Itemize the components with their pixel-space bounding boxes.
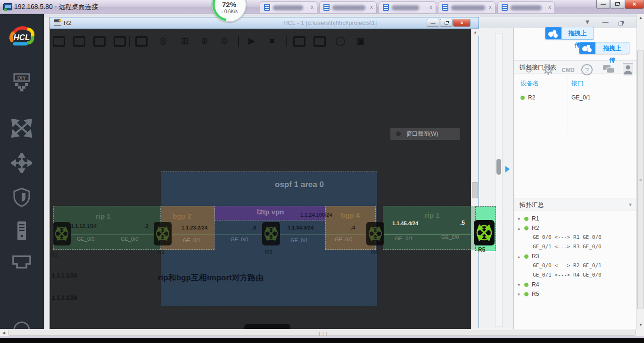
device-status-dot [524, 292, 528, 296]
tree-node-r1[interactable]: ▾R1 [514, 214, 636, 223]
screenshot-camera-icon[interactable]: ▣ [354, 35, 367, 47]
help-icon[interactable]: ? [581, 64, 593, 75]
export-project-icon[interactable] [114, 36, 126, 47]
netdisk-cloud-icon [579, 42, 595, 54]
cmd-icon[interactable]: CMD [561, 64, 575, 78]
tab-favicon [264, 4, 270, 11]
netdisk-cloud-icon [545, 27, 561, 39]
hcl-logo[interactable]: HCL [6, 24, 37, 47]
tree-node-r3[interactable]: ▴R3 [514, 252, 636, 261]
zoom-in-icon[interactable]: ⊕ [198, 35, 211, 47]
browser-tab[interactable]: x [497, 1, 555, 13]
browser-tab[interactable]: x [260, 1, 317, 13]
tab-title-blurred [511, 5, 542, 10]
console-window-r2[interactable]: R2 HCL - 1 [c:\users\hjf\hcl\projects\1]… [49, 17, 479, 335]
device-name: R1 [532, 215, 539, 222]
hcl-menu-dropdown-icon[interactable]: ▼ [582, 18, 593, 25]
rdp-restore-button[interactable] [611, 0, 624, 9]
tab-close-icon[interactable]: x [429, 4, 432, 10]
tab-favicon [442, 4, 448, 11]
drag-upload-label: 拖拽上传 [595, 42, 629, 54]
drag-upload-badge[interactable]: 拖拽上传 [579, 42, 629, 54]
add-ellipse-icon[interactable]: ◯ [334, 35, 347, 47]
settings-gear-icon[interactable] [541, 64, 555, 78]
topology-swap-icon[interactable] [11, 119, 32, 138]
rdp-vertical-scrollbar[interactable]: ▲ ≡ ▼ [636, 14, 644, 329]
console-titlebar[interactable]: R2 HCL - 1 [c:\users\hjf\hcl\projects\1]… [50, 17, 479, 29]
expander-icon[interactable]: ▴ [518, 224, 524, 233]
open-project-icon[interactable] [73, 36, 85, 47]
scrollbar-thumb[interactable]: ≡ [637, 50, 644, 309]
menu-bullet-icon [396, 131, 401, 136]
scroll-left-arrow[interactable]: ◀ [0, 329, 8, 337]
tree-node-r4[interactable]: ▾R4 [514, 280, 636, 289]
router-node-r5[interactable] [474, 220, 495, 245]
context-menu-item-window-screenshot[interactable]: 窗口截图(W) [390, 128, 460, 140]
tab-close-icon[interactable]: x [311, 4, 314, 10]
hcl-restore-button[interactable] [615, 20, 626, 27]
tab-title-blurred [392, 5, 419, 10]
hcl-minimize-button[interactable]: — [600, 18, 611, 25]
network-view-icon[interactable]: ◎ [157, 35, 170, 47]
transfer-speed: ↓ 0.6K/s [213, 9, 246, 14]
add-rectangle-icon[interactable] [314, 36, 326, 47]
save-project-icon[interactable] [93, 36, 106, 47]
stop-devices-icon[interactable]: ■ [265, 35, 279, 47]
tab-title-blurred [332, 5, 365, 10]
tab-close-icon[interactable]: x [370, 4, 373, 10]
scroll-up-arrow[interactable]: ▲ [637, 14, 644, 22]
firewall-shield-icon[interactable] [11, 188, 32, 206]
panel-collapse-icon[interactable]: ▼ [628, 198, 632, 211]
feedback-chat-icon[interactable] [602, 64, 616, 78]
console-restore-button[interactable] [440, 19, 453, 27]
scroll-down-arrow[interactable]: ▼ [637, 321, 644, 329]
console-close-button[interactable]: × [453, 19, 471, 27]
console-minimize-button[interactable]: — [427, 19, 439, 27]
diy-device-icon[interactable]: DIY [11, 73, 32, 92]
rdp-close-button[interactable]: × [625, 0, 644, 9]
column-header-interface[interactable]: 接口 [571, 79, 584, 88]
console-title: R2 [64, 19, 72, 26]
rdp-minimize-button[interactable]: — [596, 0, 610, 9]
expander-icon[interactable]: ▴ [518, 252, 524, 261]
browser-tab[interactable]: x [438, 1, 495, 13]
server-icon[interactable] [11, 220, 32, 239]
scrollbar-thumb[interactable] [472, 182, 478, 198]
grid-view-icon[interactable]: ⊞ [178, 35, 191, 47]
console-output[interactable] [50, 29, 471, 335]
rdp-horizontal-scrollbar[interactable]: ◀ ❘❘❘ [0, 329, 644, 336]
canvas-vertical-scrollbar[interactable] [495, 33, 503, 327]
transfer-progress-ball[interactable]: 72% ↓ 0.6K/s [212, 0, 247, 22]
topo-panel-header[interactable]: 拓扑汇总 ▼ [514, 198, 636, 211]
scrollbar-thumb[interactable]: ❘❘❘ [8, 330, 636, 336]
tree-link-row: GE_0/1 <---> R4 GE_0/0 [514, 270, 636, 280]
start-devices-icon[interactable]: ▶ [245, 35, 258, 47]
device-view-icon[interactable] [135, 36, 148, 47]
ethernet-port-icon[interactable] [11, 253, 32, 272]
expander-icon[interactable]: ▾ [518, 214, 524, 224]
tab-close-icon[interactable]: x [548, 4, 551, 10]
expander-icon[interactable]: ▾ [518, 290, 524, 299]
tree-node-r2[interactable]: ▴R2 [514, 223, 636, 233]
zoom-out-icon[interactable]: ⊖ [218, 35, 231, 47]
panel-collapse-arrow-icon[interactable] [505, 166, 510, 172]
browser-tab[interactable]: x [319, 1, 377, 13]
tree-link-row: GE_0/1 <---> R3 GE_0/0 [514, 242, 636, 252]
scroll-up-arrow[interactable]: ▲ [471, 29, 479, 36]
scrollbar-thumb[interactable] [496, 159, 501, 175]
device-name: R2 [532, 225, 539, 231]
drag-upload-badge[interactable]: 拖拽上传 [545, 27, 594, 40]
capture-device-name: R2 [528, 94, 535, 101]
console-scrollbar[interactable]: ▲ ▼ [471, 29, 479, 335]
move-pan-icon[interactable] [11, 153, 32, 172]
refresh-icon[interactable]: ↺ [522, 64, 536, 78]
tab-close-icon[interactable]: x [489, 4, 492, 10]
new-project-icon[interactable] [53, 36, 65, 47]
tree-node-r5[interactable]: ▾R5 [514, 289, 636, 299]
expander-icon[interactable]: ▾ [518, 280, 524, 290]
browser-tab[interactable]: x [379, 1, 436, 13]
svg-text:HCL: HCL [14, 33, 30, 42]
add-note-icon[interactable] [293, 36, 305, 47]
column-header-device[interactable]: 设备名 [520, 79, 539, 88]
user-avatar-icon[interactable] [623, 63, 633, 75]
